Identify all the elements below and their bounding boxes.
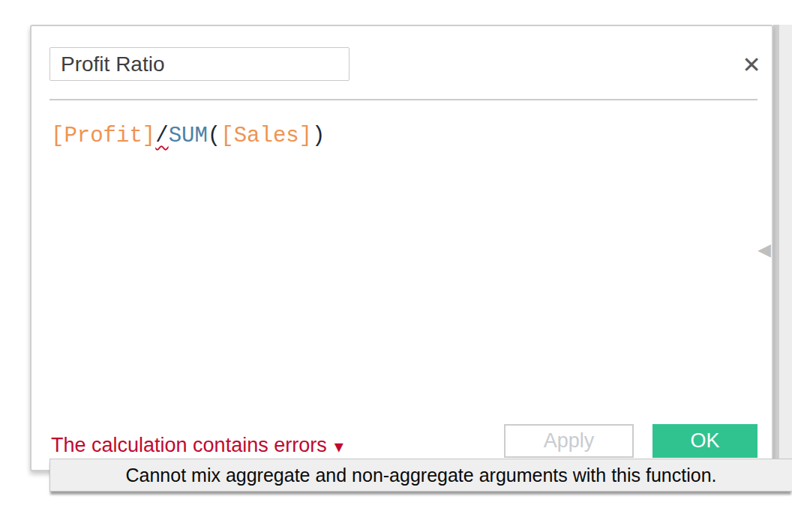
apply-button[interactable]: Apply	[504, 424, 634, 458]
formula-token-function: SUM	[169, 124, 208, 148]
formula-editor[interactable]: [Profit]/SUM([Sales])	[50, 110, 758, 410]
background-strip-light	[779, 25, 792, 486]
close-icon[interactable]: ✕	[735, 49, 768, 82]
formula-token-paren-close: )	[312, 124, 325, 148]
error-status-text: The calculation contains errors	[51, 429, 327, 462]
error-status-dropdown[interactable]: The calculation contains errors ▾	[51, 429, 344, 462]
error-tooltip-text: Cannot mix aggregate and non-aggregate a…	[126, 465, 717, 486]
formula-token-field: [Sales]	[220, 124, 312, 148]
chevron-down-icon: ▾	[334, 427, 344, 463]
error-tooltip: Cannot mix aggregate and non-aggregate a…	[50, 459, 792, 492]
ok-button[interactable]: OK	[652, 424, 758, 458]
screen: ✕ [Profit]/SUM([Sales]) The calculation …	[0, 0, 792, 532]
formula-token-operator-error: /	[155, 124, 168, 148]
header-divider	[50, 99, 758, 100]
background-strip-dark	[773, 25, 779, 486]
calculation-editor-dialog: ✕ [Profit]/SUM([Sales]) The calculation …	[30, 25, 773, 471]
collapse-panel-arrow-icon[interactable]: ◀	[756, 238, 772, 261]
calculation-name-input[interactable]	[50, 47, 350, 81]
formula-token-field: [Profit]	[51, 124, 155, 148]
formula-token-paren-open: (	[208, 124, 220, 148]
